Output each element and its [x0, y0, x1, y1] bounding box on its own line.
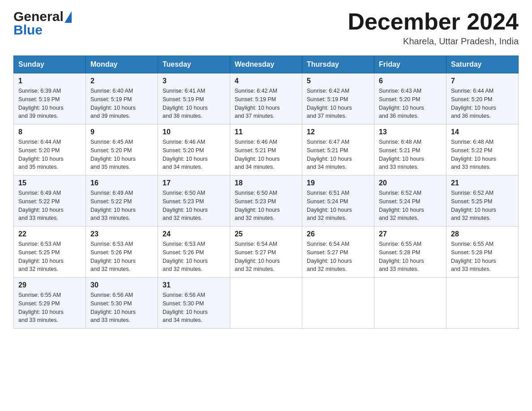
- day-info: Sunrise: 6:42 AMSunset: 5:19 PMDaylight:…: [235, 88, 280, 119]
- day-info: Sunrise: 6:53 AMSunset: 5:26 PMDaylight:…: [163, 241, 208, 272]
- day-header-friday: Friday: [374, 56, 446, 73]
- calendar-cell: 18 Sunrise: 6:50 AMSunset: 5:23 PMDaylig…: [230, 176, 302, 227]
- day-number: 17: [163, 179, 225, 187]
- day-header-saturday: Saturday: [446, 56, 519, 73]
- day-number: 7: [451, 77, 514, 85]
- calendar-week-row: 22 Sunrise: 6:53 AMSunset: 5:25 PMDaylig…: [14, 227, 519, 278]
- calendar-cell: 22 Sunrise: 6:53 AMSunset: 5:25 PMDaylig…: [14, 227, 86, 278]
- calendar-cell: 24 Sunrise: 6:53 AMSunset: 5:26 PMDaylig…: [158, 227, 230, 278]
- day-info: Sunrise: 6:52 AMSunset: 5:24 PMDaylight:…: [379, 190, 424, 221]
- day-number: 29: [18, 281, 81, 289]
- day-info: Sunrise: 6:54 AMSunset: 5:27 PMDaylight:…: [235, 241, 280, 272]
- day-number: 26: [307, 230, 369, 238]
- day-info: Sunrise: 6:55 AMSunset: 5:28 PMDaylight:…: [379, 241, 424, 272]
- calendar-cell: 11 Sunrise: 6:46 AMSunset: 5:21 PMDaylig…: [230, 124, 302, 176]
- calendar-cell: 15 Sunrise: 6:49 AMSunset: 5:22 PMDaylig…: [14, 176, 86, 227]
- calendar-cell: 30 Sunrise: 6:56 AMSunset: 5:30 PMDaylig…: [86, 278, 158, 329]
- calendar-week-row: 1 Sunrise: 6:39 AMSunset: 5:19 PMDayligh…: [14, 73, 519, 124]
- calendar-cell: 23 Sunrise: 6:53 AMSunset: 5:26 PMDaylig…: [86, 227, 158, 278]
- day-number: 5: [307, 77, 369, 85]
- day-info: Sunrise: 6:51 AMSunset: 5:24 PMDaylight:…: [307, 190, 352, 221]
- day-number: 4: [235, 77, 297, 85]
- calendar-cell: 21 Sunrise: 6:52 AMSunset: 5:25 PMDaylig…: [446, 176, 519, 227]
- day-number: 23: [90, 230, 153, 238]
- day-number: 10: [163, 128, 225, 136]
- day-info: Sunrise: 6:46 AMSunset: 5:21 PMDaylight:…: [235, 139, 280, 170]
- day-number: 8: [18, 128, 81, 136]
- day-info: Sunrise: 6:47 AMSunset: 5:21 PMDaylight:…: [307, 139, 352, 170]
- day-number: 2: [90, 77, 153, 85]
- day-header-monday: Monday: [86, 56, 158, 73]
- day-info: Sunrise: 6:53 AMSunset: 5:26 PMDaylight:…: [90, 241, 136, 272]
- calendar-cell: 29 Sunrise: 6:55 AMSunset: 5:29 PMDaylig…: [14, 278, 86, 329]
- day-number: 25: [235, 230, 297, 238]
- day-header-sunday: Sunday: [14, 56, 86, 73]
- day-info: Sunrise: 6:39 AMSunset: 5:19 PMDaylight:…: [18, 88, 64, 119]
- day-number: 16: [90, 179, 153, 187]
- calendar-cell: 8 Sunrise: 6:44 AMSunset: 5:20 PMDayligh…: [14, 124, 86, 176]
- day-number: 31: [163, 281, 225, 289]
- calendar-cell: 27 Sunrise: 6:55 AMSunset: 5:28 PMDaylig…: [374, 227, 446, 278]
- day-number: 14: [451, 128, 514, 136]
- day-number: 30: [90, 281, 153, 289]
- month-title: December 2024: [348, 9, 519, 34]
- calendar-cell: 6 Sunrise: 6:43 AMSunset: 5:20 PMDayligh…: [374, 73, 446, 124]
- day-number: 18: [235, 179, 297, 187]
- calendar-cell: 4 Sunrise: 6:42 AMSunset: 5:19 PMDayligh…: [230, 73, 302, 124]
- calendar-cell: 5 Sunrise: 6:42 AMSunset: 5:19 PMDayligh…: [302, 73, 374, 124]
- day-info: Sunrise: 6:44 AMSunset: 5:20 PMDaylight:…: [18, 139, 64, 170]
- day-info: Sunrise: 6:48 AMSunset: 5:21 PMDaylight:…: [379, 139, 424, 170]
- calendar-cell: 14 Sunrise: 6:48 AMSunset: 5:22 PMDaylig…: [446, 124, 519, 176]
- calendar-table: SundayMondayTuesdayWednesdayThursdayFrid…: [13, 56, 519, 329]
- calendar-week-row: 8 Sunrise: 6:44 AMSunset: 5:20 PMDayligh…: [14, 124, 519, 176]
- day-info: Sunrise: 6:53 AMSunset: 5:25 PMDaylight:…: [18, 241, 64, 272]
- day-header-wednesday: Wednesday: [230, 56, 302, 73]
- calendar-cell: 17 Sunrise: 6:50 AMSunset: 5:23 PMDaylig…: [158, 176, 230, 227]
- logo-general: General: [13, 9, 64, 24]
- day-info: Sunrise: 6:56 AMSunset: 5:30 PMDaylight:…: [90, 292, 136, 323]
- day-info: Sunrise: 6:44 AMSunset: 5:20 PMDaylight:…: [451, 88, 496, 119]
- calendar-cell: 25 Sunrise: 6:54 AMSunset: 5:27 PMDaylig…: [230, 227, 302, 278]
- page-header: General Blue December 2024 Kharela, Utta…: [13, 9, 519, 47]
- day-info: Sunrise: 6:46 AMSunset: 5:20 PMDaylight:…: [163, 139, 208, 170]
- day-info: Sunrise: 6:55 AMSunset: 5:29 PMDaylight:…: [18, 292, 64, 323]
- day-number: 1: [18, 77, 81, 85]
- day-info: Sunrise: 6:52 AMSunset: 5:25 PMDaylight:…: [451, 190, 496, 221]
- day-number: 6: [379, 77, 442, 85]
- calendar-header-row: SundayMondayTuesdayWednesdayThursdayFrid…: [14, 56, 519, 73]
- calendar-cell: 16 Sunrise: 6:49 AMSunset: 5:22 PMDaylig…: [86, 176, 158, 227]
- calendar-cell: 20 Sunrise: 6:52 AMSunset: 5:24 PMDaylig…: [374, 176, 446, 227]
- calendar-cell: 12 Sunrise: 6:47 AMSunset: 5:21 PMDaylig…: [302, 124, 374, 176]
- day-number: 12: [307, 128, 369, 136]
- day-info: Sunrise: 6:40 AMSunset: 5:19 PMDaylight:…: [90, 88, 136, 119]
- day-info: Sunrise: 6:43 AMSunset: 5:20 PMDaylight:…: [379, 88, 424, 119]
- day-header-thursday: Thursday: [302, 56, 374, 73]
- calendar-cell: [374, 278, 446, 329]
- day-header-tuesday: Tuesday: [158, 56, 230, 73]
- day-info: Sunrise: 6:54 AMSunset: 5:27 PMDaylight:…: [307, 241, 352, 272]
- day-info: Sunrise: 6:49 AMSunset: 5:22 PMDaylight:…: [90, 190, 136, 221]
- day-number: 9: [90, 128, 153, 136]
- calendar-cell: [230, 278, 302, 329]
- day-number: 27: [379, 230, 442, 238]
- day-info: Sunrise: 6:48 AMSunset: 5:22 PMDaylight:…: [451, 139, 496, 170]
- calendar-week-row: 29 Sunrise: 6:55 AMSunset: 5:29 PMDaylig…: [14, 278, 519, 329]
- calendar-cell: 19 Sunrise: 6:51 AMSunset: 5:24 PMDaylig…: [302, 176, 374, 227]
- day-number: 20: [379, 179, 442, 187]
- day-info: Sunrise: 6:42 AMSunset: 5:19 PMDaylight:…: [307, 88, 352, 119]
- calendar-cell: 28 Sunrise: 6:55 AMSunset: 5:28 PMDaylig…: [446, 227, 519, 278]
- logo-arrow-icon: [64, 11, 72, 23]
- calendar-cell: 9 Sunrise: 6:45 AMSunset: 5:20 PMDayligh…: [86, 124, 158, 176]
- day-number: 3: [163, 77, 225, 85]
- calendar-cell: 3 Sunrise: 6:41 AMSunset: 5:19 PMDayligh…: [158, 73, 230, 124]
- day-number: 22: [18, 230, 81, 238]
- calendar-cell: 26 Sunrise: 6:54 AMSunset: 5:27 PMDaylig…: [302, 227, 374, 278]
- calendar-cell: 10 Sunrise: 6:46 AMSunset: 5:20 PMDaylig…: [158, 124, 230, 176]
- calendar-cell: 1 Sunrise: 6:39 AMSunset: 5:19 PMDayligh…: [14, 73, 86, 124]
- calendar-cell: [446, 278, 519, 329]
- calendar-week-row: 15 Sunrise: 6:49 AMSunset: 5:22 PMDaylig…: [14, 176, 519, 227]
- day-info: Sunrise: 6:41 AMSunset: 5:19 PMDaylight:…: [163, 88, 208, 119]
- logo-blue: Blue: [13, 22, 72, 38]
- day-info: Sunrise: 6:49 AMSunset: 5:22 PMDaylight:…: [18, 190, 64, 221]
- calendar-cell: 31 Sunrise: 6:56 AMSunset: 5:30 PMDaylig…: [158, 278, 230, 329]
